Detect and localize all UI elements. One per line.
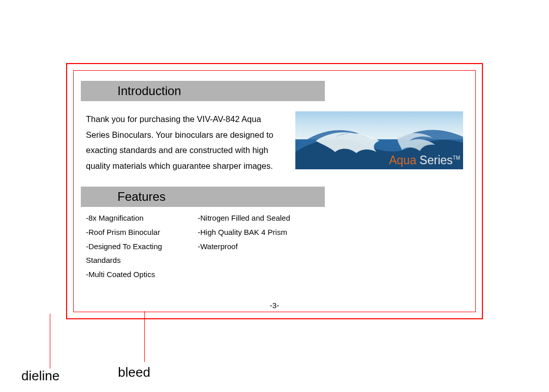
page-content: Introduction Thank you for purchasing th… <box>81 78 468 305</box>
brand-series: Series <box>419 154 452 167</box>
feature-item: -8x Magnification <box>86 211 198 225</box>
aqua-series-image: Aqua SeriesTM <box>295 111 463 169</box>
features-section: Features -8x Magnification -Roof Prism B… <box>81 187 468 282</box>
bleed-leader-line <box>144 311 145 362</box>
introduction-row: Thank you for purchasing the VIV-AV-842 … <box>81 101 468 184</box>
feature-item: -Multi Coated Optics <box>86 267 198 282</box>
bleed-border: Introduction Thank you for purchasing th… <box>66 63 483 319</box>
features-heading: Features <box>81 187 325 207</box>
introduction-heading: Introduction <box>81 81 325 101</box>
dieline-callout-label: dieline <box>21 368 59 384</box>
page-number: -3- <box>81 301 468 310</box>
aqua-series-label: Aqua SeriesTM <box>389 154 460 167</box>
feature-item: -Waterproof <box>198 239 310 254</box>
features-column-1: -8x Magnification -Roof Prism Binocular … <box>86 211 198 282</box>
bleed-callout-label: bleed <box>118 365 150 380</box>
feature-item: -Designed To Exacting Standards <box>86 239 198 268</box>
features-column-2: -Nitrogen Filled and Sealed -High Qualit… <box>198 211 310 282</box>
dieline-leader-line <box>50 314 50 369</box>
introduction-body: Thank you for purchasing the VIV-AV-842 … <box>86 111 286 173</box>
dieline-border: Introduction Thank you for purchasing th… <box>73 70 476 312</box>
features-lists: -8x Magnification -Roof Prism Binocular … <box>81 207 468 282</box>
feature-item: -Nitrogen Filled and Sealed <box>198 211 310 225</box>
feature-item: -Roof Prism Binocular <box>86 225 198 239</box>
brand-aqua: Aqua <box>389 154 419 167</box>
feature-item: -High Quality BAK 4 Prism <box>198 225 310 239</box>
brand-tm: TM <box>453 155 460 161</box>
